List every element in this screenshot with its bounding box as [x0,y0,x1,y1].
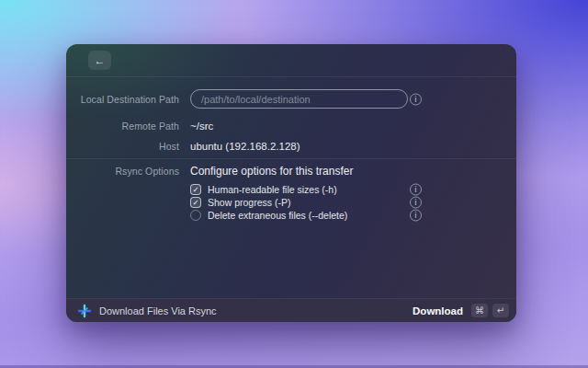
checkbox-row-human-readable[interactable]: ✓ Human-readable file sizes (-h) i [66,183,516,195]
local-destination-row: Local Destination Path i [66,89,516,109]
cmd-key-icon: ⌘ [471,304,488,317]
remote-path-row: Remote Path ~/src [66,119,516,133]
action-bar: Download Files Via Rsync Download ⌘ ↵ [66,298,516,322]
checkbox-checked-icon[interactable]: ✓ [190,184,201,195]
rsync-options-heading: Configure options for this transfer [190,165,353,178]
remote-path-label: Remote Path [66,121,179,132]
remote-path-value[interactable]: ~/src [190,121,213,132]
checkbox-label: Human-readable file sizes (-h) [208,184,337,195]
info-icon[interactable]: i [410,183,422,195]
checkbox-checked-icon[interactable]: ✓ [190,197,201,208]
checkbox-row-show-progress[interactable]: ✓ Show progress (-P) i [66,196,516,208]
window-header: ← [66,44,516,77]
back-arrow-icon: ← [95,54,106,67]
checkbox-label: Show progress (-P) [208,197,290,208]
back-button[interactable]: ← [88,51,111,70]
checkbox-unchecked-icon[interactable] [190,210,201,221]
rsync-options-row: Rsync Options Configure options for this… [66,164,516,178]
info-icon[interactable]: i [410,209,422,221]
info-icon[interactable]: i [410,196,422,208]
rsync-extension-icon [77,304,92,318]
checkbox-row-delete-extraneous[interactable]: Delete extraneous files (--delete) i [66,209,516,221]
rsync-options-label: Rsync Options [66,166,179,177]
host-row: Host ubuntu (192.168.2.128) [66,139,516,154]
command-title: Download Files Via Rsync [99,305,217,316]
section-divider [66,158,516,159]
local-destination-label: Local Destination Path [66,94,179,105]
desktop-background: ← Local Destination Path i Remote Path ~… [0,0,588,368]
local-destination-input[interactable] [190,89,408,109]
return-key-icon: ↵ [492,304,509,317]
rsync-extension-window: ← Local Destination Path i Remote Path ~… [66,44,516,322]
checkbox-label: Delete extraneous files (--delete) [208,210,347,221]
host-value[interactable]: ubuntu (192.168.2.128) [190,141,300,152]
download-action-button[interactable]: Download [413,305,463,316]
info-icon[interactable]: i [410,93,422,105]
host-label: Host [66,141,179,152]
